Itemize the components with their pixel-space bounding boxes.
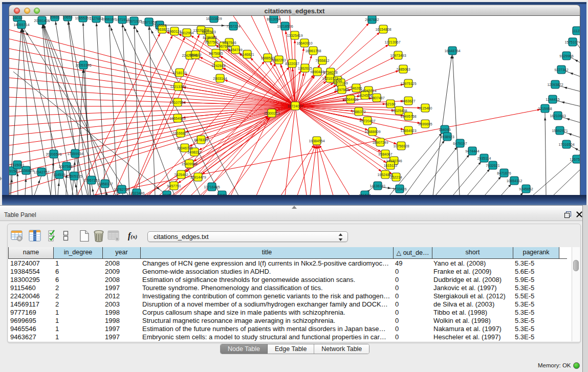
svg-text:3498222: 3498222: [187, 150, 201, 154]
svg-text:18724007: 18724007: [287, 104, 303, 108]
svg-text:25300213: 25300213: [264, 112, 279, 115]
svg-text:16640910: 16640910: [296, 41, 312, 45]
svg-text:2718170: 2718170: [172, 71, 186, 75]
svg-text:6966160: 6966160: [102, 17, 116, 21]
svg-text:20053346: 20053346: [75, 63, 91, 67]
svg-text:17957253: 17957253: [83, 179, 99, 182]
svg-text:1244415: 1244415: [546, 98, 559, 101]
svg-text:12156829: 12156829: [18, 169, 34, 172]
svg-text:19218506: 19218506: [277, 25, 293, 28]
svg-text:7515526: 7515526: [153, 24, 166, 27]
svg-text:62160: 62160: [385, 102, 396, 106]
svg-text:10688609: 10688609: [364, 130, 380, 134]
svg-text:9827503: 9827503: [202, 30, 215, 34]
svg-text:20091406: 20091406: [34, 19, 50, 23]
svg-text:9227342: 9227342: [554, 68, 568, 72]
svg-text:39154: 39154: [9, 169, 17, 173]
svg-text:9242848: 9242848: [211, 64, 225, 68]
svg-text:8678335: 8678335: [194, 138, 208, 142]
svg-text:2087682: 2087682: [365, 18, 379, 21]
svg-text:9327501: 9327501: [205, 40, 219, 44]
svg-text:7357224: 7357224: [226, 25, 240, 28]
svg-text:9329966: 9329966: [559, 54, 573, 58]
svg-text:20931: 20931: [50, 16, 60, 19]
svg-text:9890448: 9890448: [310, 70, 324, 74]
svg-text:1527602: 1527602: [89, 17, 103, 20]
svg-text:10975887: 10975887: [58, 165, 74, 168]
svg-text:10025438: 10025438: [391, 109, 407, 113]
svg-text:9699695: 9699695: [418, 122, 432, 126]
svg-text:9827546: 9827546: [222, 41, 236, 45]
svg-text:8813054: 8813054: [267, 17, 280, 21]
svg-text:16961758: 16961758: [305, 49, 321, 53]
svg-text:1267533: 1267533: [570, 158, 580, 161]
svg-text:12213967: 12213967: [384, 40, 400, 44]
svg-text:20206576: 20206576: [46, 152, 61, 156]
svg-text:6794028: 6794028: [323, 71, 337, 74]
svg-text:12505135: 12505135: [66, 174, 82, 178]
svg-text:19654943: 19654943: [169, 117, 185, 120]
svg-text:9777169: 9777169: [334, 81, 347, 85]
svg-text:9115460: 9115460: [419, 106, 432, 110]
svg-text:15409948: 15409948: [181, 162, 197, 166]
svg-text:3215958: 3215958: [538, 107, 552, 111]
svg-text:989612: 989612: [189, 53, 201, 57]
svg-text:45720407: 45720407: [359, 119, 375, 123]
svg-text:14136141: 14136141: [369, 184, 385, 188]
svg-text:8322037: 8322037: [285, 62, 299, 65]
svg-text:7632621: 7632621: [486, 164, 499, 167]
svg-text:16033: 16033: [12, 16, 23, 19]
svg-text:7625402: 7625402: [174, 173, 188, 177]
svg-text:1362615: 1362615: [298, 67, 312, 70]
svg-text:6479197: 6479197: [453, 142, 467, 145]
svg-text:7955812: 7955812: [315, 59, 329, 62]
svg-text:18907249: 18907249: [372, 141, 388, 144]
svg-text:16154808: 16154808: [375, 28, 391, 31]
svg-text:12342757: 12342757: [33, 170, 49, 174]
svg-text:12093872: 12093872: [547, 83, 563, 86]
svg-text:14120746: 14120746: [386, 159, 402, 163]
svg-text:746266: 746266: [350, 86, 362, 90]
svg-text:8454749: 8454749: [228, 48, 242, 52]
svg-text:10958107: 10958107: [97, 182, 113, 186]
svg-text:8186328: 8186328: [203, 36, 216, 39]
svg-text:9463627: 9463627: [401, 99, 415, 103]
svg-text:16782759: 16782759: [114, 188, 129, 191]
svg-text:16245514: 16245514: [360, 89, 376, 93]
svg-text:13716485: 13716485: [204, 185, 220, 189]
svg-text:12213369: 12213369: [170, 85, 186, 89]
svg-text:13654923: 13654923: [400, 129, 416, 133]
svg-text:2803144: 2803144: [213, 77, 227, 80]
svg-text:9245652: 9245652: [519, 187, 533, 191]
svg-text:7485063: 7485063: [396, 68, 410, 71]
svg-text:19495758: 19495758: [400, 115, 416, 118]
svg-text:11123: 11123: [572, 29, 580, 33]
svg-text:9882203: 9882203: [272, 58, 286, 62]
svg-text:10653: 10653: [62, 16, 73, 19]
svg-text:9474444: 9474444: [465, 149, 479, 153]
svg-text:2935114: 2935114: [477, 157, 491, 160]
svg-text:16046736: 16046736: [177, 146, 192, 150]
svg-text:10756928: 10756928: [393, 144, 409, 148]
svg-text:17016504: 17016504: [558, 143, 574, 146]
svg-text:16914479: 16914479: [190, 176, 206, 179]
svg-text:21564436: 21564436: [342, 98, 358, 101]
svg-text:15751074: 15751074: [564, 40, 580, 44]
svg-text:10107554: 10107554: [169, 101, 185, 104]
svg-text:9146821: 9146821: [240, 53, 254, 56]
svg-text:16848764: 16848764: [444, 49, 460, 53]
svg-text:7386372: 7386372: [352, 110, 365, 114]
svg-text:12975125: 12975125: [400, 82, 416, 85]
svg-text:13325419: 13325419: [287, 34, 302, 37]
svg-text:8912954: 8912954: [180, 31, 193, 35]
svg-text:164095: 164095: [439, 128, 450, 132]
svg-text:10655267: 10655267: [75, 16, 91, 20]
svg-text:16210643: 16210643: [550, 114, 565, 118]
svg-text:6497568: 6497568: [335, 88, 349, 92]
svg-text:14055714: 14055714: [13, 23, 29, 27]
svg-text:15692971: 15692971: [552, 129, 568, 133]
svg-text:114519: 114519: [54, 173, 66, 177]
svg-text:10671935: 10671935: [126, 19, 142, 23]
svg-text:16033809: 16033809: [206, 17, 222, 20]
svg-text:8938923: 8938923: [440, 135, 454, 139]
